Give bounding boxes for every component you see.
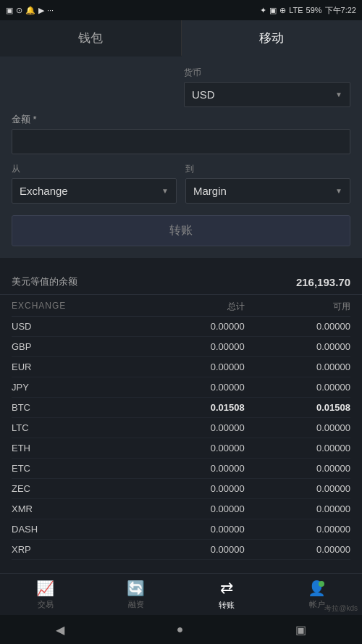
cell-total: 0.00000 [139, 524, 245, 535]
top-tabs: 钱包 移动 [0, 20, 362, 57]
tab-mobile[interactable]: 移动 [182, 20, 363, 57]
header-total: 总计 [139, 301, 245, 313]
table-row: XMR0.000000.00000 [12, 499, 350, 519]
nav-trade-label: 交易 [38, 599, 54, 610]
status-right: ✦ ▣ ⊕ LTE 59% 下午7:22 [260, 5, 356, 16]
cell-available: 0.00000 [245, 463, 350, 474]
cell-available: 0.00000 [245, 544, 350, 555]
cell-currency: ETH [12, 443, 139, 453]
back-button[interactable]: ◀ [56, 623, 64, 637]
from-chevron-icon: ▼ [161, 187, 169, 195]
amount-input[interactable] [12, 129, 350, 154]
cell-total: 0.01508 [139, 402, 245, 413]
time: 下午7:22 [325, 5, 356, 16]
trade-icon: 📈 [36, 580, 54, 597]
nav-funding[interactable]: 🔄 融资 [90, 574, 181, 615]
cell-total: 0.00000 [139, 503, 245, 514]
battery: 59% [306, 6, 322, 14]
cell-available: 0.00000 [245, 321, 350, 332]
key-icon: ⊕ [279, 6, 286, 15]
bottom-nav: 📈 交易 🔄 融资 ⇄ 转账 👤 帐户 [0, 573, 362, 615]
cell-total: 0.00000 [139, 321, 245, 332]
from-label: 从 [12, 163, 177, 175]
nav-transfer[interactable]: ⇄ 转账 [181, 574, 272, 615]
table-row: DASH0.000000.00000 [12, 519, 350, 540]
from-value: Exchange [20, 185, 68, 197]
table-section: EXCHANGE 总计 可用 USD0.000000.00000GBP0.000… [0, 295, 362, 560]
table-header: EXCHANGE 总计 可用 [12, 295, 350, 317]
watermark: 考拉@kds [324, 603, 358, 614]
currency-group: 货币 USD ▼ [184, 67, 350, 107]
cell-total: 0.00000 [139, 341, 245, 352]
home-button[interactable]: ● [177, 623, 184, 636]
app-icon-1: ▣ [6, 6, 13, 15]
cell-available: 0.01508 [245, 402, 350, 413]
table-row: USD0.000000.00000 [12, 317, 350, 337]
cell-total: 0.00000 [139, 361, 245, 372]
amount-label: 金额 * [12, 113, 350, 126]
header-available: 可用 [245, 301, 350, 313]
section-gap [0, 258, 362, 265]
table-rows: USD0.000000.00000GBP0.000000.00000EUR0.0… [12, 317, 350, 560]
cell-currency: GBP [12, 341, 139, 352]
nav-transfer-label: 转账 [219, 600, 235, 611]
cell-currency: ZEC [12, 483, 139, 494]
transfer-btn-row: 转账 [12, 215, 350, 246]
tab-wallet[interactable]: 钱包 [0, 20, 182, 57]
nav-funding-label: 融资 [128, 599, 144, 610]
online-indicator [319, 581, 324, 587]
status-left: ▣ ⊙ 🔔 ▶ ··· [6, 6, 54, 15]
nav-account-label: 帐户 [309, 599, 325, 610]
table-row: JPY0.000000.00000 [12, 377, 350, 398]
header-exchange: EXCHANGE [12, 301, 139, 313]
cell-available: 0.00000 [245, 443, 350, 453]
currency-select[interactable]: USD ▼ [184, 82, 350, 107]
to-select[interactable]: Margin ▼ [185, 178, 350, 204]
signal-strength: LTE [289, 6, 303, 14]
table-row: ZEC0.000000.00000 [12, 479, 350, 499]
cell-available: 0.00000 [245, 483, 350, 494]
amount-row: 金额 * [12, 113, 350, 154]
to-label: 到 [185, 163, 350, 175]
to-value: Margin [193, 185, 227, 197]
currency-row: 货币 USD ▼ [12, 67, 350, 107]
cell-available: 0.00000 [245, 524, 350, 535]
cell-available: 0.00000 [245, 503, 350, 514]
to-chevron-icon: ▼ [335, 187, 342, 195]
cell-available: 0.00000 [245, 341, 350, 352]
table-row: ETC0.000000.00000 [12, 459, 350, 479]
from-to-row: 从 Exchange ▼ 到 Margin ▼ [12, 163, 350, 204]
cell-currency: ETC [12, 463, 139, 474]
nav-trade[interactable]: 📈 交易 [0, 574, 90, 615]
cell-currency: BTC [12, 402, 139, 413]
cell-currency: JPY [12, 382, 139, 393]
funding-icon: 🔄 [127, 580, 145, 597]
balance-label: 美元等值的余额 [12, 275, 77, 288]
cell-total: 0.00000 [139, 382, 245, 393]
from-group: 从 Exchange ▼ [12, 163, 177, 204]
transfer-icon: ⇄ [220, 579, 233, 598]
cell-total: 0.00000 [139, 544, 245, 555]
recents-button[interactable]: ▣ [295, 623, 306, 637]
dots: ··· [47, 6, 54, 14]
cell-currency: EUR [12, 361, 139, 372]
transfer-button[interactable]: 转账 [12, 215, 350, 246]
nfc-icon: ▣ [269, 6, 277, 15]
app-icon-2: ⊙ [16, 6, 22, 15]
cell-currency: DASH [12, 524, 139, 535]
cell-currency: LTC [12, 422, 139, 433]
chevron-down-icon: ▼ [335, 91, 342, 99]
cell-available: 0.00000 [245, 382, 350, 393]
cell-total: 0.00000 [139, 443, 245, 453]
table-row: XRP0.000000.00000 [12, 540, 350, 560]
table-row: EUR0.000000.00000 [12, 357, 350, 377]
cell-currency: XRP [12, 544, 139, 555]
cell-currency: USD [12, 321, 139, 332]
bluetooth-icon: ✦ [260, 6, 266, 15]
currency-value: USD [192, 88, 215, 101]
notification-icon: 🔔 [25, 6, 35, 15]
from-select[interactable]: Exchange ▼ [12, 178, 177, 204]
balance-section: 美元等值的余额 216,193.70 [0, 265, 362, 295]
table-row: BTC0.015080.01508 [12, 398, 350, 418]
cell-currency: XMR [12, 503, 139, 514]
